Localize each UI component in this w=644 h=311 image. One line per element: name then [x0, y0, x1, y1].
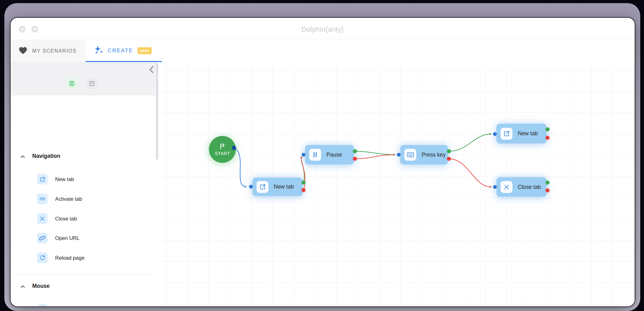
node-start-label: START: [215, 151, 230, 156]
pause-icon: [309, 149, 321, 161]
chevron-up-icon: [20, 154, 25, 159]
node-label: Close tab: [518, 184, 541, 190]
section-navigation[interactable]: Navigation: [11, 151, 155, 161]
sidebar-item-new-tab[interactable]: New tab: [11, 174, 155, 184]
sidebar-header: [11, 62, 156, 95]
node-close-tab[interactable]: Close tab: [496, 177, 547, 197]
sidebar-item-open-url[interactable]: Open URL: [11, 233, 155, 243]
window-minimize-button[interactable]: [31, 26, 38, 33]
node-new-tab-1[interactable]: New tab: [252, 178, 303, 196]
new-tab-icon: [501, 128, 512, 140]
sidebar-item-label: Activate tab: [55, 194, 82, 204]
new-tab-icon: [37, 174, 48, 184]
sidebar-item-activate-tab[interactable]: Activate tab: [11, 194, 155, 204]
section-divider: [14, 274, 151, 274]
close-icon: [21, 28, 23, 30]
minimize-icon: [33, 29, 37, 30]
sidebar-item-label: Open URL: [55, 233, 80, 243]
keyboard-icon: [404, 149, 416, 161]
sparkles-icon: [94, 45, 103, 56]
scenario-canvas[interactable]: [158, 62, 635, 306]
tab-create[interactable]: CREATE beta: [86, 40, 162, 62]
open-url-icon: [37, 233, 48, 243]
beta-badge: beta: [138, 47, 152, 54]
heart-icon: [19, 47, 27, 56]
node-label: Press key: [422, 152, 446, 158]
node-start[interactable]: START: [209, 136, 236, 163]
reload-page-icon: [37, 252, 48, 263]
click-icon: [37, 304, 48, 306]
sidebar-scrollbar[interactable]: [156, 63, 158, 160]
tab-my-scenarios-label: MY SCENARIOS: [32, 48, 77, 54]
node-pause[interactable]: Pause: [305, 145, 354, 164]
collapse-sidebar-button[interactable]: [148, 65, 155, 74]
flag-icon: [219, 143, 226, 150]
save-scenario-button[interactable]: [67, 78, 77, 89]
sidebar-item-close-tab[interactable]: Close tab: [11, 213, 155, 224]
section-navigation-label: Navigation: [32, 153, 60, 159]
sidebar-item-reload-page[interactable]: Reload page: [11, 252, 155, 263]
node-new-tab-2[interactable]: New tab: [496, 124, 547, 143]
close-tab-icon: [37, 213, 48, 224]
node-label: Pause: [326, 152, 342, 158]
title-bar: Dolphin{anty}: [11, 18, 635, 40]
close-tab-icon: [501, 181, 512, 193]
form-panel-button[interactable]: [87, 78, 97, 89]
activate-tab-icon: [37, 194, 48, 204]
node-label: New tab: [274, 184, 294, 190]
sidebar-item-click[interactable]: Click: [11, 304, 155, 306]
sidebar-item-label: New tab: [55, 174, 74, 184]
chevron-left-icon: [149, 66, 154, 73]
tab-create-label: CREATE: [108, 48, 133, 54]
blocks-sidebar: Navigation New tab Activate tab Close ta…: [11, 62, 158, 306]
section-mouse[interactable]: Mouse: [11, 281, 155, 291]
app-window: Dolphin{anty} MY SCENARIOS CREATE beta: [11, 18, 635, 306]
save-icon: [69, 80, 75, 86]
tab-my-scenarios[interactable]: MY SCENARIOS: [11, 40, 86, 62]
new-tab-icon: [257, 181, 268, 193]
sidebar-item-label: Reload page: [55, 252, 85, 263]
node-label: New tab: [518, 130, 538, 137]
section-mouse-label: Mouse: [32, 283, 49, 289]
sidebar-item-label: Close tab: [55, 213, 77, 224]
window-close-button[interactable]: [19, 26, 26, 33]
node-press-key[interactable]: Press key: [400, 145, 448, 164]
tab-bar: MY SCENARIOS CREATE beta: [11, 40, 635, 62]
window-title: Dolphin{anty}: [11, 18, 635, 40]
form-panel-icon: [89, 80, 95, 86]
sidebar-item-label: Click: [55, 304, 66, 306]
chevron-up-icon: [20, 284, 25, 289]
